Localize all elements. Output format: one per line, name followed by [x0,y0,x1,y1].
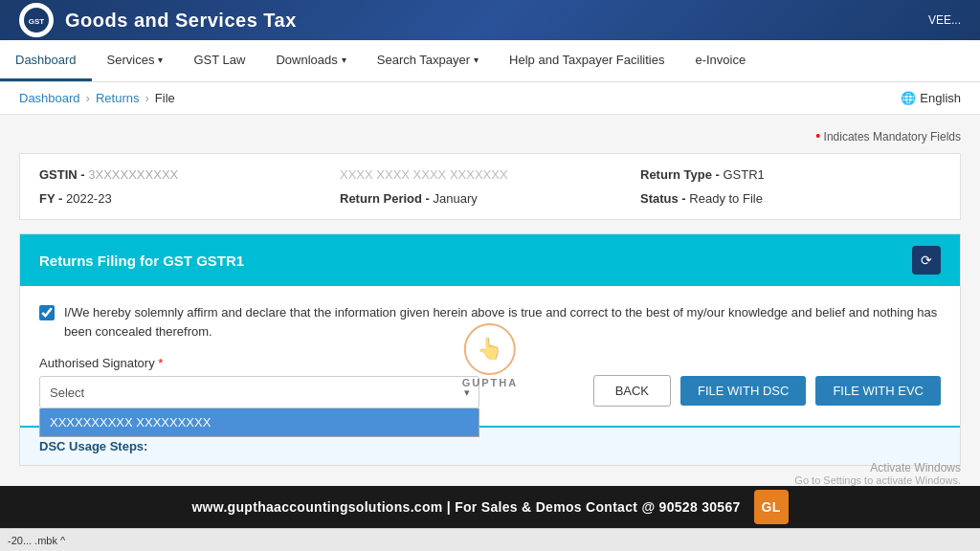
language-selector[interactable]: 🌐 English [901,91,961,105]
dropdown-open-list: XXXXXXXXXX XXXXXXXXX [39,408,479,437]
back-button[interactable]: BACK [593,375,671,407]
mandatory-notice: • Indicates Mandatory Fields [19,128,961,143]
nav-help[interactable]: Help and Taxpayer Facilities [494,40,679,81]
gstin-value: 3XXXXXXXXXX [88,167,178,182]
mandatory-dot: • [815,128,820,143]
top-header: GST Goods and Services Tax VEE... [0,0,980,40]
return-type-label: Return Type - [640,167,723,182]
taskbar: -20... .mbk ^ [0,528,980,551]
gstin-field: GSTIN - 3XXXXXXXXXX [39,167,340,182]
nav-downloads[interactable]: Downloads ▾ [260,40,361,81]
language-label: English [920,91,961,105]
status-label: Status - [640,191,689,206]
declaration-checkbox[interactable] [39,305,55,320]
breadcrumb: Dashboard › Returns › File [19,91,175,105]
site-title: Goods and Services Tax [65,10,297,32]
return-period-label: Return Period - [340,191,434,206]
breadcrumb-sep-2: › [145,91,148,105]
search-taxpayer-arrow-icon: ▾ [474,55,479,65]
refresh-button[interactable]: ⟳ [912,246,941,275]
footer-text: www.gupthaaccountingsolutions.com | For … [191,499,740,515]
nav-bar: Dashboard Services ▾ GST Law Downloads ▾… [0,40,980,82]
info-grid: GSTIN - 3XXXXXXXXXX XXXX XXXX XXXX XXXXX… [19,153,961,220]
footer-bar: www.gupthaaccountingsolutions.com | For … [0,486,980,528]
return-period-value: January [434,191,478,206]
returns-body: 👆 GUPTHA I/We hereby solemnly affirm and… [20,286,960,426]
breadcrumb-file: File [155,91,175,105]
dropdown-option-1[interactable]: XXXXXXXXXX XXXXXXXXX [40,408,479,436]
return-type-value: GSTR1 [723,167,764,182]
returns-content-area: 👆 GUPTHA I/We hereby solemnly affirm and… [20,286,960,465]
dsc-section-title: DSC Usage Steps: [39,439,941,453]
gstin-label: GSTIN - [39,167,88,182]
select-wrapper: Select XXXXXXXXXX XXXXXXXXX ▾ XXXXXXXXXX… [39,376,479,408]
required-marker: * [155,356,164,370]
globe-icon: 🌐 [901,91,916,105]
gst-logo: GST [19,3,54,37]
status-value: Ready to File [689,191,763,206]
declaration-row: I/We hereby solemnly affirm and declare … [39,303,941,341]
auth-signatory-label: Authorised Signatory * [39,356,941,370]
nav-dashboard[interactable]: Dashboard [0,40,92,81]
downloads-arrow-icon: ▾ [342,55,346,65]
return-type-field: Return Type - GSTR1 [640,167,941,182]
logo-area: GST Goods and Services Tax [19,3,297,37]
nav-gst-law[interactable]: GST Law [178,40,260,81]
fy-field: FY - 2022-23 [39,191,340,206]
breadcrumb-returns[interactable]: Returns [96,91,140,105]
status-field: Status - Ready to File [640,191,941,206]
return-period-field: Return Period - January [340,191,640,206]
breadcrumb-sep-1: › [86,91,90,105]
returns-title: Returns Filing for GST GSTR1 [39,253,244,269]
signatory-select[interactable]: Select XXXXXXXXXX XXXXXXXXX [39,376,479,408]
declaration-text: I/We hereby solemnly affirm and declare … [64,303,941,341]
nav-einvoice[interactable]: e-Invoice [679,40,761,81]
file-with-dsc-button[interactable]: FILE WITH DSC [680,376,806,406]
services-arrow-icon: ▾ [158,55,163,65]
returns-header: Returns Filing for GST GSTR1 ⟳ [20,234,960,286]
name-field: XXXX XXXX XXXX XXXXXXX [340,167,640,182]
breadcrumb-dashboard[interactable]: Dashboard [19,91,80,105]
svg-text:GST: GST [29,17,45,26]
fy-label: FY - [39,191,66,206]
breadcrumb-bar: Dashboard › Returns › File 🌐 English [0,82,980,115]
user-info: VEE... [928,13,961,27]
action-buttons: BACK FILE WITH DSC FILE WITH EVC [593,375,941,407]
taskbar-text: -20... .mbk ^ [8,535,65,546]
returns-section: Returns Filing for GST GSTR1 ⟳ 👆 GUPTHA … [19,233,961,466]
nav-services[interactable]: Services ▾ [92,40,179,81]
nav-search-taxpayer[interactable]: Search Taxpayer ▾ [362,40,494,81]
fy-value: 2022-23 [66,191,112,206]
main-content: • Indicates Mandatory Fields GSTIN - 3XX… [0,115,980,479]
file-with-evc-button[interactable]: FILE WITH EVC [815,376,941,406]
footer-logo: GL [754,490,789,524]
